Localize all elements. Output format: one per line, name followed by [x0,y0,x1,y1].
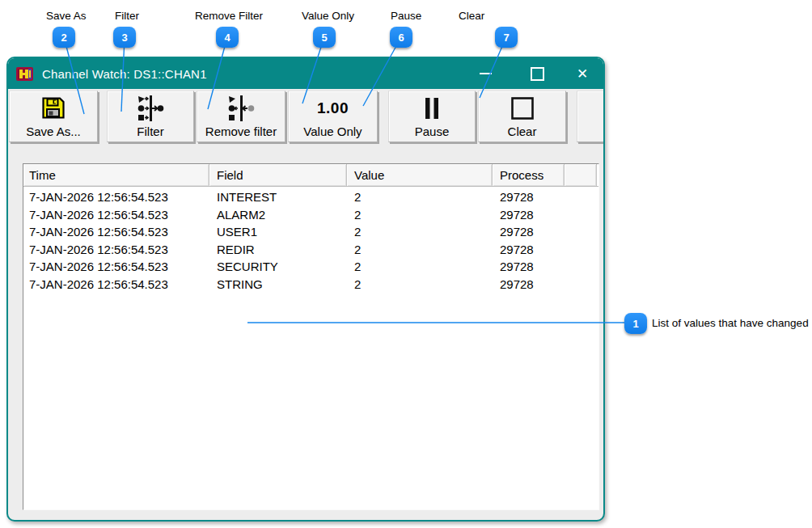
floppy-disk-icon [41,91,66,125]
callout-label-filter: Filter [115,10,139,22]
callout-label-value-only: Value Only [302,10,354,22]
filter-button[interactable]: Filter [107,91,194,142]
column-header-spacer [565,164,597,186]
pause-button[interactable]: Pause [388,91,476,142]
maximize-icon [531,67,544,81]
filter-shapes-gray-icon [226,91,256,125]
toolbar-partial-button[interactable] [577,91,605,142]
callout-badge-1: 1 [624,313,647,334]
callout-badge-4: 4 [216,27,239,48]
callout-label-clear: Clear [459,10,484,22]
clear-label: Clear [508,125,537,139]
filter-shapes-icon [136,91,165,125]
table-row[interactable]: 7-JAN-2026 12:56:54.523 REDIR 2 29728 [23,241,598,259]
value-only-icon: 1.00 [317,91,349,125]
save-as-button[interactable]: Save As... [9,91,98,142]
close-button[interactable]: ✕ [566,58,598,89]
table-row[interactable]: 7-JAN-2026 12:56:54.523 USER1 2 29728 [23,223,598,241]
list-header-row: Time Field Value Process [23,164,598,187]
callout-label-list: List of values that have changed [652,317,809,329]
table-row[interactable]: 7-JAN-2026 12:56:54.523 INTEREST 2 29728 [23,188,598,206]
remove-filter-label: Remove filter [205,125,277,139]
channel-watch-window: Channel Watch: DS1::CHAN1 ✕ Sa [6,57,605,522]
app-icon [16,66,34,82]
callout-badge-3: 3 [113,27,136,48]
table-row[interactable]: 7-JAN-2026 12:56:54.523 SECURITY 2 29728 [23,258,598,276]
screenshot-canvas: Channel Watch: DS1::CHAN1 ✕ Sa [0,0,812,528]
callout-label-remove-filter: Remove Filter [195,10,263,22]
value-only-button[interactable]: 1.00 Value Only [288,91,378,142]
pause-label: Pause [415,125,450,139]
clear-button[interactable]: Clear [478,91,566,142]
empty-square-icon [510,91,535,125]
table-row[interactable]: 7-JAN-2026 12:56:54.523 STRING 2 29728 [23,276,598,294]
column-header-field[interactable]: Field [209,164,347,186]
value-only-label: Value Only [303,125,362,139]
callout-label-pause: Pause [391,10,421,22]
callout-badge-7: 7 [495,27,518,48]
column-header-time[interactable]: Time [23,164,209,186]
filter-label: Filter [137,125,163,139]
table-row[interactable]: 7-JAN-2026 12:56:54.523 ALARM2 2 29728 [23,206,598,224]
minimize-button[interactable] [471,58,500,89]
minimize-icon [480,73,492,74]
list-rows: 7-JAN-2026 12:56:54.523 INTEREST 2 29728… [23,187,598,293]
window-title: Channel Watch: DS1::CHAN1 [42,67,207,81]
value-change-list: Time Field Value Process 7-JAN-2026 12:5… [23,163,599,510]
callout-badge-6: 6 [390,27,412,48]
remove-filter-button[interactable]: Remove filter [197,91,285,142]
pause-icon [423,91,441,125]
window-titlebar[interactable]: Channel Watch: DS1::CHAN1 ✕ [8,58,603,89]
callout-badge-2: 2 [53,27,75,48]
save-as-label: Save As... [26,125,81,139]
callout-label-save-as: Save As [46,10,87,22]
callout-badge-5: 5 [313,27,336,48]
column-header-process[interactable]: Process [493,164,565,186]
maximize-button[interactable] [522,58,552,89]
column-header-value[interactable]: Value [347,164,493,186]
toolbar: Save As... Filter [8,89,603,154]
